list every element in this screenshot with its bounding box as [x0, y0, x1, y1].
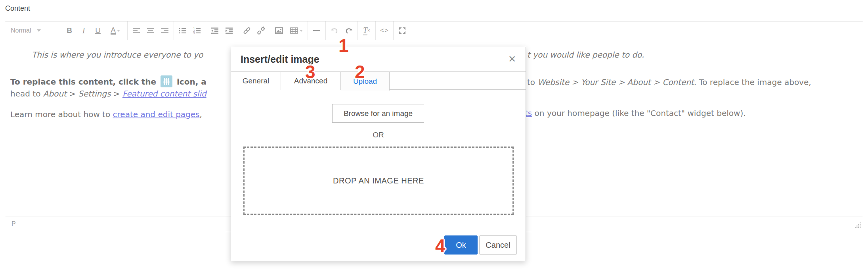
format-dropdown-value: Normal [11, 27, 31, 34]
intro-paragraph-left: This is where you introduce everyone to … [32, 50, 203, 60]
chevron-down-icon [37, 29, 41, 32]
toolbar-group-lists: 123 [174, 21, 206, 40]
featured-content-slider-link[interactable]: Featured content slid [122, 89, 206, 98]
learn-more-paragraph-right: ts on your homepage (like the "Contact" … [525, 108, 746, 118]
numbered-list-icon[interactable]: 123 [190, 23, 204, 38]
text-color-button[interactable]: A [105, 23, 126, 38]
toolbar-group-clear: T× [358, 21, 376, 40]
intro-paragraph-right: t you would like people to do. [527, 50, 644, 60]
toolbar-group-media [270, 21, 308, 40]
unlink-icon[interactable] [254, 23, 268, 38]
format-dropdown[interactable]: Normal [7, 23, 62, 38]
outdent-icon[interactable] [208, 23, 222, 38]
tab-general[interactable]: General [231, 72, 281, 90]
annotation-step-3: 3 [305, 63, 315, 81]
ok-button[interactable]: Ok [444, 235, 478, 255]
annotation-step-1: 1 [338, 37, 349, 55]
bullet-list-icon[interactable] [176, 23, 190, 38]
link-icon[interactable] [240, 23, 254, 38]
replace-content-line1-right: to Website > Your Site > About > Content… [527, 77, 811, 87]
cancel-button[interactable]: Cancel [479, 235, 517, 255]
dialog-footer: Ok Cancel [231, 229, 526, 261]
fullscreen-icon[interactable] [395, 23, 409, 38]
toolbar-group-hr [308, 21, 326, 40]
upload-tab-panel: Browse for an image OR DROP AN IMAGE HER… [231, 90, 526, 229]
learn-more-paragraph-left: Learn more about how to create and edit … [10, 110, 202, 119]
insert-edit-image-dialog: Insert/edit image ✕ General Advanced Upl… [231, 47, 526, 261]
toolbar-group-link [238, 21, 270, 40]
dialog-header: Insert/edit image ✕ [231, 47, 526, 72]
code-view-button[interactable]: <> [377, 23, 392, 38]
or-separator: OR [231, 131, 526, 139]
tab-upload[interactable]: Upload [341, 72, 390, 91]
indent-icon[interactable] [222, 23, 236, 38]
clear-formatting-button[interactable]: T× [359, 23, 374, 38]
toolbar-group-code: <> [376, 21, 394, 40]
horizontal-rule-icon[interactable] [310, 23, 324, 38]
toolbar-group-align [128, 21, 174, 40]
align-center-icon[interactable] [143, 23, 158, 38]
dialog-tabs: General Advanced Upload [231, 72, 526, 90]
editor-toolbar: Normal B I U A [5, 21, 863, 40]
table-button[interactable] [286, 23, 306, 38]
svg-text:3: 3 [193, 32, 195, 35]
content-field-label: Content [5, 4, 30, 13]
screen: Content Normal B I U A [0, 0, 868, 270]
featured-content-slider-icon [161, 75, 172, 87]
italic-button[interactable]: I [76, 23, 91, 38]
annotation-step-2: 2 [355, 63, 365, 81]
align-left-icon[interactable] [129, 23, 143, 38]
toolbar-group-fullscreen [394, 21, 411, 40]
browse-for-image-button[interactable]: Browse for an image [332, 104, 424, 123]
image-dropzone[interactable]: DROP AN IMAGE HERE [243, 147, 514, 215]
close-icon[interactable]: ✕ [506, 53, 518, 66]
replace-content-line2: head to About > Settings > Featured cont… [10, 89, 206, 98]
chevron-down-icon [300, 30, 303, 32]
align-right-icon[interactable] [158, 23, 172, 38]
dropzone-label: DROP AN IMAGE HERE [333, 176, 424, 185]
bold-button[interactable]: B [62, 23, 76, 38]
element-path[interactable]: P [11, 220, 16, 228]
chevron-down-icon [117, 30, 120, 32]
annotation-step-4: 4 [435, 237, 445, 255]
toolbar-group-format: Normal B I U A [5, 21, 128, 40]
create-edit-pages-link[interactable]: create and edit pages [113, 110, 200, 119]
insert-image-button[interactable] [272, 23, 286, 38]
replace-content-line1-left: To replace this content, click the icon,… [10, 75, 206, 87]
toolbar-group-indent [206, 21, 238, 40]
resize-grip[interactable] [855, 222, 861, 230]
underline-button[interactable]: U [91, 23, 105, 38]
